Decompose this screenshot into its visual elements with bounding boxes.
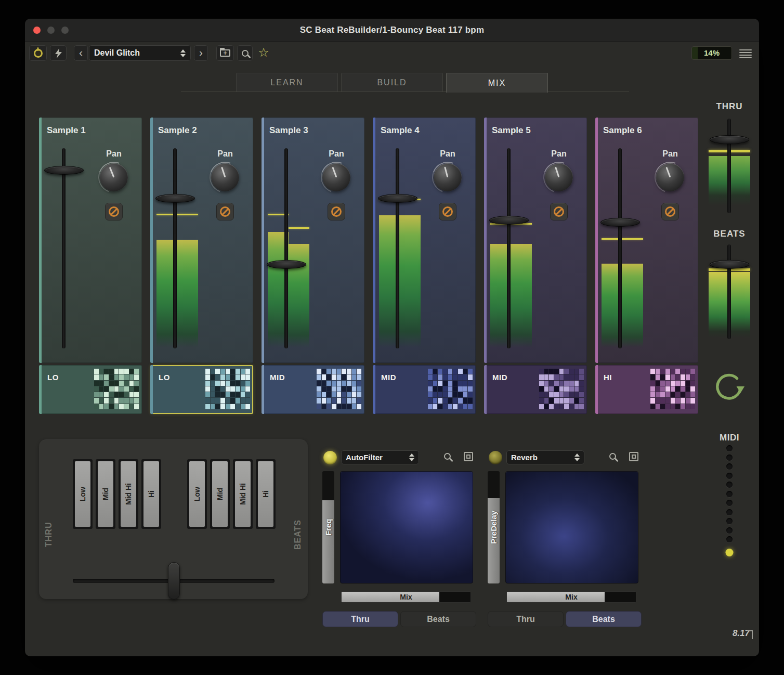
fx2-type-select[interactable]: Reverb — [506, 450, 584, 464]
beats-band-midhi-button[interactable]: Mid Hi — [233, 459, 253, 529]
sample-pad-5[interactable]: MID — [484, 365, 587, 414]
sample-pad-1[interactable]: LO — [39, 365, 142, 414]
fx2-xy-pad[interactable] — [505, 471, 638, 583]
fx1-xy-pad[interactable] — [340, 471, 473, 583]
beats-fader-handle[interactable] — [710, 260, 749, 269]
band-badge: LO — [47, 373, 59, 382]
sample-thumbnail[interactable] — [539, 369, 584, 409]
volume-fader-handle[interactable] — [378, 194, 417, 203]
fx2-power-led[interactable] — [489, 451, 502, 464]
thru-band-hi-button[interactable]: Hi — [141, 459, 161, 529]
crossfade-handle[interactable] — [168, 562, 180, 600]
mute-button[interactable] — [439, 203, 456, 220]
volume-fader-track[interactable] — [173, 148, 177, 348]
midi-dot — [726, 536, 733, 542]
volume-fader-handle[interactable] — [489, 216, 529, 225]
channel-name: Sample 6 — [603, 125, 642, 136]
fx1-power-led[interactable] — [323, 451, 337, 464]
thru-band-low-button[interactable]: Low — [73, 459, 93, 529]
volume-fader-handle[interactable] — [267, 260, 306, 269]
channel-color-stripe — [484, 118, 487, 363]
resize-grip-icon[interactable] — [747, 630, 753, 639]
thru-fader-track[interactable] — [727, 119, 731, 213]
knob-pointer-icon — [555, 167, 559, 178]
sample-pad-3[interactable]: MID — [262, 365, 364, 414]
search-presets-button[interactable] — [237, 45, 253, 61]
fx1-type-select[interactable]: AutoFilter — [341, 450, 419, 464]
sample-thumbnail[interactable] — [205, 369, 250, 409]
beats-band-low-button[interactable]: Low — [187, 459, 207, 529]
knob-pointer-icon — [109, 167, 115, 178]
thru-band-mid-button[interactable]: Mid — [96, 459, 115, 529]
pan-knob[interactable] — [545, 163, 573, 191]
power-button[interactable] — [29, 45, 47, 61]
midi-dot — [726, 463, 733, 470]
fx1-beats-button[interactable]: Beats — [400, 611, 476, 627]
quick-action-button[interactable] — [50, 45, 67, 61]
favorite-button[interactable]: ☆ — [256, 45, 271, 61]
channel-strip-5: Sample 5Pan — [484, 118, 587, 363]
fx1-thru-button[interactable]: Thru — [322, 611, 398, 627]
pan-knob[interactable] — [100, 163, 128, 191]
thru-fader-handle[interactable] — [710, 135, 749, 144]
sample-thumbnail[interactable] — [650, 369, 695, 409]
zoom-window-button[interactable] — [61, 27, 69, 34]
mute-button[interactable] — [105, 203, 123, 220]
beats-fader-track[interactable] — [727, 244, 731, 339]
fx2-search-icon[interactable] — [609, 453, 616, 460]
beats-band-hi-button[interactable]: Hi — [256, 459, 276, 529]
volume-fader-handle[interactable] — [44, 166, 84, 175]
pan-knob[interactable] — [434, 163, 462, 191]
mute-slash-icon — [554, 206, 564, 217]
midi-label: MIDI — [708, 433, 751, 443]
sample-pad-4[interactable]: MID — [373, 365, 476, 414]
volume-fader-track[interactable] — [507, 148, 511, 348]
thru-band-midhi-button[interactable]: Mid Hi — [119, 459, 138, 529]
pan-knob[interactable] — [322, 163, 350, 191]
loop-retrigger-button[interactable] — [713, 371, 746, 404]
search-icon — [242, 50, 249, 57]
crossfader-beats-label: BEATS — [292, 489, 304, 580]
close-window-button[interactable] — [33, 27, 41, 34]
mute-button[interactable] — [216, 203, 234, 220]
fx1-search-icon[interactable] — [444, 453, 451, 460]
fx1-expand-icon[interactable] — [464, 452, 473, 461]
sample-thumbnail[interactable] — [94, 369, 139, 409]
save-preset-button[interactable]: + — [216, 45, 234, 61]
volume-fader-handle[interactable] — [155, 194, 195, 203]
volume-fader-track[interactable] — [618, 148, 622, 348]
mute-button[interactable] — [661, 203, 679, 220]
tab-learn[interactable]: LEARN — [236, 73, 338, 92]
preset-select[interactable]: Devil Glitch — [89, 45, 191, 61]
tab-build[interactable]: BUILD — [341, 73, 443, 92]
sample-thumbnail[interactable] — [317, 369, 361, 409]
sample-thumbnail[interactable] — [428, 369, 473, 409]
volume-fader-track[interactable] — [284, 148, 288, 348]
volume-fader-handle[interactable] — [600, 218, 640, 227]
sample-pad-2[interactable]: LO — [150, 365, 253, 414]
mute-button[interactable] — [328, 203, 345, 220]
minimize-window-button[interactable] — [47, 27, 55, 34]
fx1-mix-slider[interactable]: Mix — [341, 591, 471, 603]
pan-label: Pan — [656, 149, 684, 159]
channel-name: Sample 5 — [492, 125, 531, 136]
pan-knob[interactable] — [211, 163, 239, 191]
fx2-mix-slider[interactable]: Mix — [506, 591, 636, 603]
pan-knob[interactable] — [656, 163, 684, 191]
preset-prev-button[interactable]: ‹ — [74, 45, 88, 61]
preset-next-button[interactable]: › — [194, 45, 208, 61]
fx2-beats-button[interactable]: Beats — [566, 611, 642, 627]
volume-fader-track[interactable] — [396, 148, 399, 348]
tab-mix[interactable]: MIX — [446, 73, 548, 93]
plugin-window: SC Beat ReBuilder/1-Bouncy Beat 117 bpm … — [25, 19, 759, 656]
fx-unit-1: AutoFilter Freq Mix Thru Beats — [322, 450, 478, 630]
fx2-thru-button[interactable]: Thru — [488, 611, 564, 627]
volume-fader-track[interactable] — [62, 148, 66, 348]
fx2-expand-icon[interactable] — [629, 452, 638, 461]
mute-button[interactable] — [550, 203, 568, 220]
fx1-param-slider[interactable]: Freq — [322, 471, 334, 583]
sample-pad-6[interactable]: HI — [595, 365, 698, 414]
menu-button[interactable] — [739, 48, 752, 58]
beats-band-mid-button[interactable]: Mid — [210, 459, 230, 529]
fx2-param-slider[interactable]: PreDelay — [488, 471, 500, 583]
